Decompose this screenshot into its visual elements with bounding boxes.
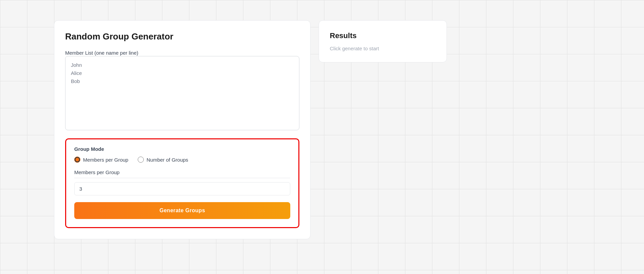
- results-placeholder: Click generate to start: [330, 46, 436, 51]
- divider: [74, 178, 290, 178]
- radio-label-number-of-groups: Number of Groups: [146, 157, 188, 163]
- page-layout: Random Group Generator Member List (one …: [0, 0, 644, 259]
- group-mode-section: Group Mode Members per Group Number of G…: [65, 138, 299, 228]
- group-mode-title: Group Mode: [74, 146, 290, 152]
- main-card: Random Group Generator Member List (one …: [54, 20, 311, 239]
- radio-option-number-of-groups[interactable]: Number of Groups: [138, 157, 188, 163]
- results-card: Results Click generate to start: [319, 20, 447, 62]
- main-card-title: Random Group Generator: [65, 31, 299, 42]
- radio-group: Members per Group Number of Groups: [74, 157, 290, 163]
- radio-number-of-groups[interactable]: [138, 157, 144, 163]
- radio-members-per-group[interactable]: [74, 157, 80, 163]
- members-per-group-input[interactable]: [74, 182, 290, 195]
- generate-groups-button[interactable]: Generate Groups: [74, 202, 290, 219]
- radio-option-members-per-group[interactable]: Members per Group: [74, 157, 128, 163]
- members-per-group-input-label: Members per Group: [74, 169, 290, 175]
- member-list-label: Member List (one name per line): [65, 50, 138, 56]
- radio-label-members-per-group: Members per Group: [83, 157, 128, 163]
- results-title: Results: [330, 31, 436, 40]
- member-list-textarea[interactable]: John Alice Bob: [65, 56, 299, 130]
